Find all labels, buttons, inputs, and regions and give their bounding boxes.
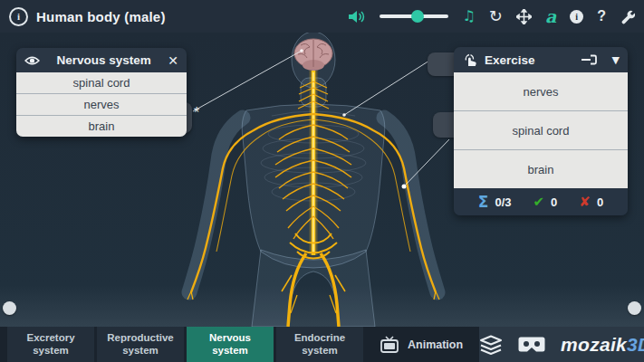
nerves-model bbox=[187, 71, 439, 327]
exercise-panel-title: Exercise bbox=[485, 53, 535, 67]
top-toolbar: i Human body (male) ♫ ↻ a i ? bbox=[0, 0, 644, 33]
logo-text-3d: 3D bbox=[627, 334, 644, 355]
settings-wrench-icon[interactable] bbox=[620, 9, 635, 24]
page-title: Human body (male) bbox=[36, 9, 166, 24]
list-item-nerves[interactable]: nerves bbox=[16, 93, 187, 115]
wrong-cross-icon: ✘ bbox=[579, 194, 591, 210]
volume-slider[interactable] bbox=[380, 14, 448, 18]
logo-text-mozaik: mozaik bbox=[561, 334, 627, 355]
scene-info-icon[interactable]: i bbox=[9, 7, 28, 26]
speaker-icon[interactable] bbox=[348, 9, 366, 24]
tab-nervous-system[interactable]: Nervous system bbox=[187, 327, 274, 362]
mozaik3d-app-window: i Human body (male) ♫ ↻ a i ? bbox=[0, 0, 644, 362]
nervous-system-panel-header[interactable]: Nervous system ✕ bbox=[16, 48, 187, 72]
asterisk-marker: * bbox=[194, 105, 199, 121]
tab-reproductive-system[interactable]: Reproductive system bbox=[97, 327, 184, 362]
tv-icon bbox=[380, 336, 399, 353]
close-icon[interactable]: ✕ bbox=[168, 53, 178, 68]
music-icon[interactable]: ♫ bbox=[462, 9, 475, 24]
reset-view-icon[interactable]: ↻ bbox=[489, 8, 503, 24]
correct-check-icon: ✔ bbox=[533, 194, 545, 210]
eye-icon[interactable] bbox=[24, 55, 40, 66]
nervous-system-panel-list: spinal cord nerves brain bbox=[16, 72, 187, 137]
exercise-slot-nerves[interactable]: nerves bbox=[454, 72, 628, 110]
score-total: 0/3 bbox=[495, 195, 511, 209]
list-item-brain[interactable]: brain bbox=[16, 115, 187, 137]
3d-scene-viewport[interactable]: * Nervous system ✕ spinal cord nerves br… bbox=[0, 33, 644, 327]
tab-endocrine-system[interactable]: Endocrine system bbox=[276, 327, 363, 362]
help-icon[interactable]: ? bbox=[597, 8, 606, 24]
vr-goggles-icon[interactable] bbox=[518, 336, 545, 353]
exercise-panel-header[interactable]: Exercise ▼ bbox=[454, 47, 628, 72]
layers-icon[interactable] bbox=[479, 335, 503, 355]
exercise-panel: Exercise ▼ nerves spinal cord brain Σ 0/… bbox=[454, 47, 628, 215]
info-icon[interactable]: i bbox=[570, 10, 583, 24]
right-rotate-handle[interactable] bbox=[628, 301, 641, 315]
mozaik3d-logo: mozaik3D bbox=[561, 334, 644, 356]
labels-toggle-icon[interactable]: a bbox=[545, 6, 556, 26]
sigma-total-icon: Σ bbox=[478, 193, 489, 211]
dock-panel-icon[interactable] bbox=[581, 53, 598, 66]
bottom-right-group: mozaik3D bbox=[479, 327, 644, 362]
exercise-slot-list: nerves spinal cord brain bbox=[454, 72, 628, 188]
animation-button[interactable]: Animation bbox=[363, 327, 479, 362]
system-tabs: Excretory system Reproductive system Ner… bbox=[0, 327, 363, 362]
score-correct: 0 bbox=[551, 195, 557, 209]
drag-hand-icon bbox=[462, 52, 478, 67]
volume-slider-thumb[interactable] bbox=[411, 10, 424, 23]
exercise-slot-spinal-cord[interactable]: spinal cord bbox=[454, 110, 628, 149]
exercise-slot-brain[interactable]: brain bbox=[454, 149, 628, 188]
toolbar-actions: ♫ ↻ a i ? bbox=[348, 6, 635, 26]
exercise-score-bar: Σ 0/3 ✔ 0 ✘ 0 bbox=[454, 188, 628, 215]
move-icon[interactable] bbox=[516, 9, 532, 24]
animation-label: Animation bbox=[408, 338, 463, 351]
left-rotate-handle[interactable] bbox=[3, 301, 16, 315]
collapse-chevron-icon[interactable]: ▼ bbox=[612, 54, 620, 66]
bottom-tab-bar: Excretory system Reproductive system Ner… bbox=[0, 327, 644, 362]
tab-excretory-system[interactable]: Excretory system bbox=[7, 327, 94, 362]
score-wrong: 0 bbox=[597, 195, 603, 209]
nervous-system-panel: Nervous system ✕ spinal cord nerves brai… bbox=[16, 48, 187, 137]
nervous-system-panel-title: Nervous system bbox=[40, 53, 168, 67]
list-item-spinal-cord[interactable]: spinal cord bbox=[16, 72, 187, 93]
